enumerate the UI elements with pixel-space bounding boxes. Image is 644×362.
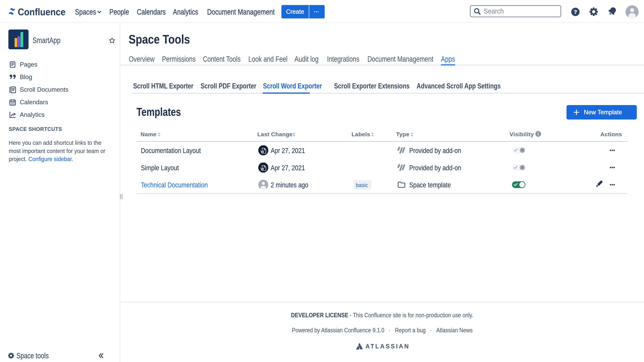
svg-text:?: ? (574, 9, 577, 15)
